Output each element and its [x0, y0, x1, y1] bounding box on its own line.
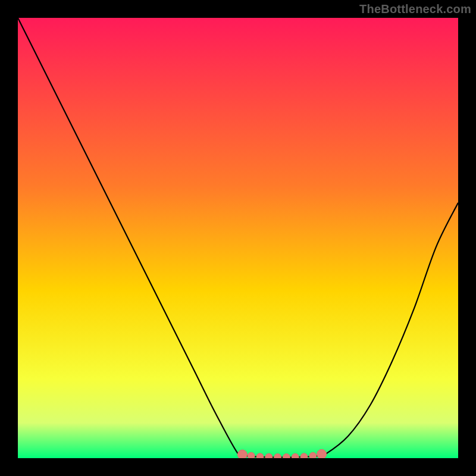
- marker-dot: [265, 453, 273, 458]
- gradient-background: [18, 18, 458, 458]
- plot-area: [18, 18, 458, 458]
- watermark-text: TheBottleneck.com: [359, 2, 471, 16]
- marker-dot: [283, 454, 290, 458]
- marker-dot: [300, 453, 308, 458]
- marker-dot: [317, 449, 327, 458]
- marker-dot: [256, 453, 264, 458]
- chart-frame: TheBottleneck.com: [0, 0, 476, 476]
- marker-dot: [237, 450, 247, 458]
- marker-dot: [248, 452, 255, 458]
- marker-dot: [292, 453, 299, 458]
- marker-dot: [309, 452, 317, 458]
- plot-svg: [18, 18, 458, 458]
- marker-dot: [274, 454, 281, 458]
